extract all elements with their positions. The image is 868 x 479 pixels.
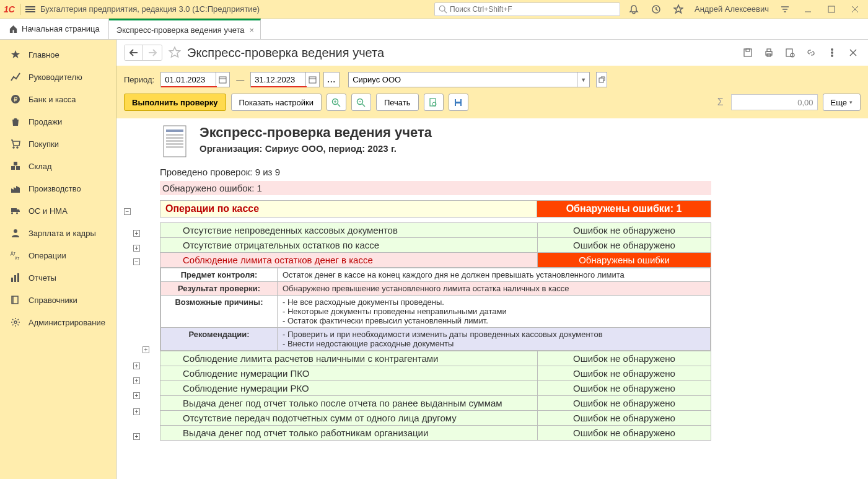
check-name: Соблюдение лимита расчетов наличными с к…	[160, 351, 538, 366]
date-to-field[interactable]	[250, 72, 320, 87]
table-row: Соблюдение лимита расчетов наличными с к…	[160, 351, 711, 366]
report-main: Экспресс-проверка ведения учета Организа…	[160, 125, 711, 441]
print-icon[interactable]	[761, 45, 776, 60]
zoom-out-button[interactable]	[351, 94, 371, 111]
sidebar-item-main[interactable]: Главное	[0, 43, 116, 66]
export-icon[interactable]	[783, 45, 797, 60]
link-icon[interactable]	[804, 45, 818, 60]
sidebar-item-label: ОС и НМА	[28, 206, 68, 216]
back-button[interactable]	[125, 45, 143, 60]
close-button[interactable]	[846, 1, 864, 18]
bag-icon	[10, 116, 21, 127]
history-icon[interactable]	[647, 1, 665, 18]
sidebar-item-production[interactable]: Производство	[0, 177, 116, 200]
show-settings-button[interactable]: Показать настройки	[231, 94, 322, 111]
print-button[interactable]: Печать	[376, 94, 419, 111]
checks-table: Отсутствие непроведенных кассовых докуме…	[160, 222, 711, 441]
sidebar-item-reports[interactable]: Отчеты	[0, 266, 116, 289]
check-name: Выдача денег под отчет только после отче…	[160, 396, 538, 411]
tree-expand-icon[interactable]: +	[133, 408, 140, 415]
sidebar-item-bank[interactable]: ₽Банк и касса	[0, 88, 116, 110]
tab-home[interactable]: Начальная страница	[0, 19, 109, 39]
favorite-button[interactable]	[169, 46, 181, 60]
sidebar-item-hr[interactable]: Зарплата и кадры	[0, 222, 116, 244]
svg-rect-55	[166, 140, 183, 142]
detail-text: Обнаружено превышение установленного лим…	[278, 282, 711, 296]
home-icon	[9, 24, 18, 33]
menu-icon[interactable]	[25, 6, 35, 12]
cart-icon	[10, 138, 21, 149]
report-subtitle: Организация: Сириус ООО, период: 2023 г.	[199, 143, 432, 154]
sidebar-item-operations[interactable]: ДтКтОперации	[0, 244, 116, 266]
svg-rect-36	[309, 77, 316, 83]
sidebar-item-label: Справочники	[28, 296, 77, 305]
search-input[interactable]	[450, 5, 616, 14]
tree-collapse-icon[interactable]: −	[133, 258, 140, 265]
sidebar-item-catalogs[interactable]: Справочники	[0, 289, 116, 311]
check-status: Ошибок не обнаружено	[538, 426, 711, 441]
chevron-down-icon[interactable]: ▼	[577, 73, 589, 87]
check-name: Соблюдение нумерации ПКО	[160, 366, 538, 381]
date-from-field[interactable]	[160, 72, 230, 87]
factory-icon	[10, 183, 21, 194]
svg-rect-56	[166, 143, 183, 145]
tab-express-check[interactable]: Экспресс-проверка ведения учета ×	[109, 19, 261, 39]
global-search[interactable]	[434, 2, 620, 16]
kebab-icon[interactable]	[825, 45, 840, 60]
check-status: Ошибок не обнаружено	[538, 238, 711, 253]
save-disk-button[interactable]	[449, 94, 468, 111]
nav-buttons	[124, 45, 162, 61]
sidebar-item-purchases[interactable]: Покупки	[0, 133, 116, 155]
date-to-input[interactable]	[251, 75, 305, 84]
sidebar-item-manager[interactable]: Руководителю	[0, 66, 116, 88]
check-name: Выдача денег под отчет только работникам…	[160, 426, 538, 441]
tree-expand-icon[interactable]: +	[133, 363, 140, 369]
svg-rect-50	[456, 103, 460, 106]
minimize-button[interactable]	[799, 1, 817, 18]
star-filled-icon	[10, 49, 21, 60]
filter-icon[interactable]	[776, 1, 794, 18]
tree-expand-icon[interactable]: +	[133, 392, 140, 399]
svg-rect-38	[599, 78, 603, 82]
tree-collapse-icon[interactable]: −	[124, 208, 131, 215]
check-status: Ошибок не обнаружено	[538, 223, 711, 238]
svg-line-1	[444, 11, 447, 13]
calendar-icon[interactable]	[305, 73, 319, 87]
forward-button[interactable]	[143, 45, 162, 60]
maximize-button[interactable]	[822, 1, 841, 18]
period-picker-button[interactable]: ...	[323, 72, 340, 87]
zoom-in-button[interactable]	[327, 94, 346, 111]
tree-expand-icon[interactable]: +	[133, 377, 140, 384]
check-status: Ошибок не обнаружено	[538, 366, 711, 381]
org-select[interactable]: ▼	[348, 72, 590, 87]
sidebar-item-sales[interactable]: Продажи	[0, 110, 116, 133]
page-title: Экспресс-проверка ведения учета	[187, 46, 384, 60]
tab-close-icon[interactable]: ×	[250, 25, 255, 35]
star-icon[interactable]	[670, 1, 687, 18]
calendar-icon[interactable]	[216, 73, 229, 87]
run-check-button[interactable]: Выполнить проверку	[124, 94, 226, 111]
tree-expand-icon[interactable]: +	[142, 346, 149, 353]
report-area[interactable]: − + + − + + + + + + Экспресс-проверка ве…	[116, 118, 868, 479]
user-name[interactable]: Андрей Алексеевич	[695, 4, 769, 14]
tree-expand-icon[interactable]: +	[133, 230, 140, 237]
org-input[interactable]	[349, 73, 577, 87]
org-ext-button[interactable]	[596, 72, 607, 87]
more-button[interactable]: Еще	[823, 94, 861, 111]
sidebar-item-assets[interactable]: ОС и НМА	[0, 200, 116, 222]
app-title: Бухгалтерия предприятия, редакция 3.0 (1…	[40, 4, 260, 14]
svg-text:Дт: Дт	[11, 251, 16, 256]
date-from-input[interactable]	[161, 75, 216, 84]
sidebar-item-admin[interactable]: Администрирование	[0, 311, 116, 333]
sidebar: Главное Руководителю ₽Банк и касса Прода…	[0, 40, 116, 479]
save-icon[interactable]	[740, 45, 755, 60]
tree-expand-icon[interactable]: +	[133, 245, 140, 252]
bell-icon[interactable]	[625, 1, 642, 18]
close-page-icon[interactable]	[846, 45, 861, 60]
sidebar-item-warehouse[interactable]: Склад	[0, 155, 116, 177]
preview-button[interactable]	[424, 94, 444, 111]
check-status: Ошибок не обнаружено	[538, 351, 711, 366]
table-row: Отсутствие непроведенных кассовых докуме…	[160, 223, 711, 238]
tree-expand-icon[interactable]: +	[133, 433, 140, 440]
book-icon	[10, 294, 21, 305]
